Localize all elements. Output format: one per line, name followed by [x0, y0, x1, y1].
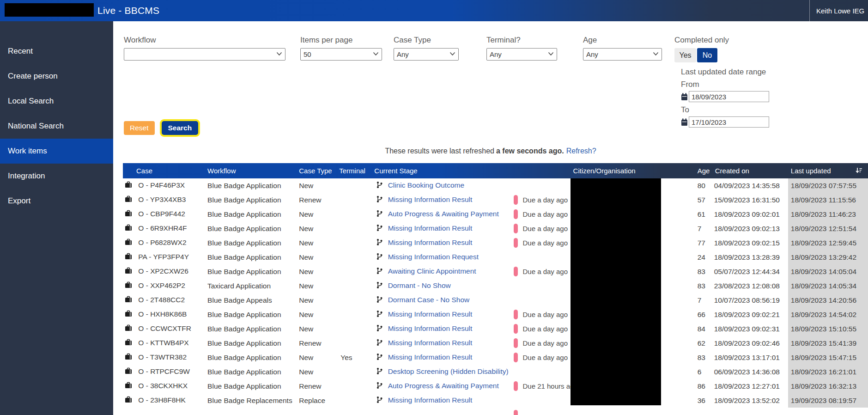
stage-link[interactable]: Awaiting Clinic Appointment: [388, 267, 476, 275]
date-from-input[interactable]: [689, 91, 769, 102]
stage-link[interactable]: Missing Information Result: [388, 353, 473, 361]
date-to-label: To: [681, 105, 769, 115]
sidebar-item-integration[interactable]: Integration: [0, 164, 113, 189]
branch-icon: [376, 253, 382, 262]
case-id[interactable]: O - P4F46P3X: [138, 181, 185, 189]
case-id[interactable]: O - 23H8F8HK: [138, 396, 186, 404]
sidebar-item-local-search[interactable]: Local Search: [0, 89, 113, 114]
updated-cell: 18/09/2023 11:46:23: [788, 207, 868, 221]
sidebar-item-work-items[interactable]: Work items: [0, 139, 113, 164]
completed-yes-button[interactable]: Yes: [674, 48, 696, 62]
completed-no-button[interactable]: No: [697, 48, 717, 62]
sidebar-item-create-person[interactable]: Create person: [0, 64, 113, 89]
updated-cell: 18/09/2023 14:05:34: [788, 279, 868, 293]
due-pill: [514, 381, 518, 391]
stage-link[interactable]: Auto Progress & Awaiting Payment: [388, 210, 499, 218]
branch-icon: [376, 238, 382, 248]
column-header-created[interactable]: Created on: [714, 163, 788, 178]
table-row[interactable]: O - T3WTR382 Blue Badge Application New …: [123, 350, 868, 365]
stage-link[interactable]: Missing Information Result: [388, 195, 473, 203]
case-id[interactable]: O - CBP9F442: [138, 210, 185, 218]
case-type-select[interactable]: Any: [394, 48, 459, 61]
stage-link[interactable]: Dormant Case - No Show: [388, 296, 470, 304]
table-row[interactable]: [123, 408, 868, 415]
refresh-link[interactable]: Refresh?: [566, 147, 596, 155]
case-id[interactable]: O - T3WTR382: [138, 353, 187, 361]
case-id[interactable]: O - 6R9XHR4F: [138, 224, 187, 232]
updated-cell: 18/09/2023 15:10:55: [788, 322, 868, 336]
date-to-input[interactable]: [689, 116, 769, 128]
column-header-citizen[interactable]: Citizen/Organisation: [571, 163, 698, 178]
stage-link[interactable]: Missing Information Result: [388, 310, 473, 318]
column-header-terminal[interactable]: Terminal: [339, 163, 374, 178]
sidebar-item-national-search[interactable]: National Search: [0, 114, 113, 139]
due-pill: [514, 224, 518, 233]
sidebar-item-recent[interactable]: Recent: [0, 39, 113, 64]
stage-link[interactable]: Auto Progress & Awaiting Payment: [388, 382, 499, 390]
table-row[interactable]: O - RTPCFC9W Blue Badge Application New …: [123, 365, 868, 379]
workflow-select[interactable]: [124, 48, 285, 61]
column-header-case[interactable]: Case: [123, 163, 207, 178]
table-row[interactable]: O - YP3X4XB3 Blue Badge Application Rene…: [123, 193, 868, 207]
stage-link[interactable]: Missing Information Result: [388, 396, 473, 404]
table-row[interactable]: PA - YFP3FP4Y Blue Badge Application New…: [123, 250, 868, 264]
table-row[interactable]: O - P4F46P3X Blue Badge Application New …: [123, 178, 868, 193]
terminal-cell: [339, 379, 374, 393]
table-row[interactable]: O - P6828WX2 Blue Badge Application New …: [123, 236, 868, 250]
case-id[interactable]: O - YP3X4XB3: [138, 195, 186, 203]
stage-link[interactable]: Missing Information Result: [388, 324, 473, 332]
case-id[interactable]: O - KTTWB4PX: [138, 339, 188, 347]
stage-link[interactable]: Dormant - No Show: [388, 281, 451, 289]
terminal-select[interactable]: Any: [486, 48, 557, 61]
items-per-page-select[interactable]: 50: [300, 48, 382, 61]
table-row[interactable]: O - HXH8K86B Blue Badge Application New …: [123, 307, 868, 322]
case-id[interactable]: O - 38CKXHKX: [138, 382, 188, 390]
sidebar-item-export[interactable]: Export: [0, 189, 113, 214]
age-cell: 86: [698, 379, 714, 393]
sort-icon[interactable]: [856, 167, 863, 174]
stage-link[interactable]: Missing Information Result: [388, 339, 473, 347]
terminal-cell: [339, 365, 374, 379]
user-menu[interactable]: Keith Lowe IEG: [809, 0, 868, 21]
column-header-updated[interactable]: Last updated: [788, 163, 868, 178]
table-row[interactable]: O - KTTWB4PX Blue Badge Application Rene…: [123, 336, 868, 350]
case-id[interactable]: O - XP2CXW26: [138, 267, 188, 275]
reset-button[interactable]: Reset: [124, 121, 155, 135]
case-id[interactable]: O - HXH8K86B: [138, 310, 187, 318]
table-row[interactable]: O - XXP462P2 Taxicard Application New Do…: [123, 279, 868, 293]
branch-icon: [376, 281, 382, 291]
stage-link[interactable]: Desktop Screening (Hidden Disability): [388, 367, 509, 375]
stage-link[interactable]: Missing Information Request: [388, 253, 479, 261]
table-row[interactable]: O - 6R9XHR4F Blue Badge Application New …: [123, 221, 868, 236]
terminal-cell: [339, 408, 374, 415]
stage-link[interactable]: Missing Information Result: [388, 238, 473, 246]
case-id[interactable]: PA - YFP3FP4Y: [138, 253, 189, 261]
column-header-case-type[interactable]: Case Type: [299, 163, 339, 178]
workflow-cell: Blue Badge Application: [207, 250, 299, 264]
table-row[interactable]: O - CCWCXTFR Blue Badge Application New …: [123, 322, 868, 336]
branch-icon: [376, 181, 382, 190]
case-id[interactable]: O - 2T488CC2: [138, 296, 185, 304]
column-header-current-stage[interactable]: Current Stage: [374, 163, 508, 178]
search-button[interactable]: Search: [162, 121, 199, 135]
column-header-age[interactable]: Age: [698, 163, 714, 178]
terminal-cell: [339, 250, 374, 264]
case-id[interactable]: O - CCWCXTFR: [138, 324, 191, 332]
briefcase-icon: [125, 367, 132, 376]
column-header-workflow[interactable]: Workflow: [207, 163, 299, 178]
stage-link[interactable]: Clinic Booking Outcome: [388, 181, 464, 189]
table-row[interactable]: O - 38CKXHKX Blue Badge Application Rene…: [123, 379, 868, 393]
briefcase-icon: [125, 339, 132, 348]
table-row[interactable]: O - CBP9F442 Blue Badge Application New …: [123, 207, 868, 221]
table-row[interactable]: O - 23H8F8HK Blue Badge Replacements Rep…: [123, 393, 868, 408]
age-select[interactable]: Any: [583, 48, 662, 61]
case-id[interactable]: O - RTPCFC9W: [138, 367, 190, 375]
workflow-cell: Taxicard Application: [207, 279, 299, 293]
case-type-cell: New: [299, 293, 339, 307]
stage-link[interactable]: Missing Information Result: [388, 224, 473, 232]
terminal-cell: [339, 322, 374, 336]
case-id[interactable]: O - P6828WX2: [138, 238, 186, 246]
table-row[interactable]: O - 2T488CC2 Blue Badge Appeals New Dorm…: [123, 293, 868, 307]
case-id[interactable]: O - XXP462P2: [138, 281, 185, 289]
table-row[interactable]: O - XP2CXW26 Blue Badge Application New …: [123, 264, 868, 279]
